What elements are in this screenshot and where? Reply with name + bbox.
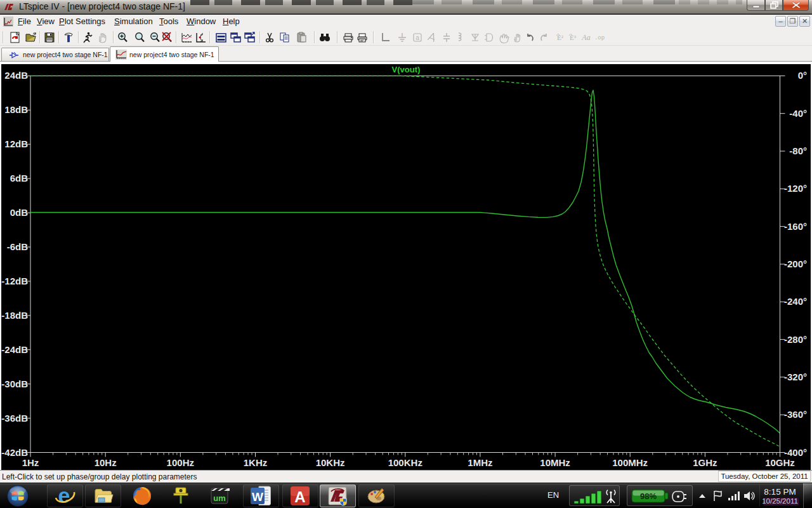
- svg-text:12dB: 12dB: [4, 138, 28, 149]
- svg-text:V(vout): V(vout): [392, 65, 421, 74]
- svg-text:Aa: Aa: [581, 33, 590, 42]
- svg-text:e: e: [58, 485, 70, 507]
- svg-text:-80°: -80°: [789, 145, 807, 156]
- svg-text:W: W: [252, 490, 263, 504]
- svg-text:-18dB: -18dB: [1, 310, 28, 321]
- svg-text:-360°: -360°: [784, 409, 807, 420]
- svg-text:1MHz: 1MHz: [468, 457, 492, 468]
- svg-text:0dB: 0dB: [10, 207, 29, 218]
- svg-text:1KHz: 1KHz: [244, 457, 268, 468]
- svg-text:18dB: 18dB: [4, 104, 28, 115]
- svg-text:1GHz: 1GHz: [693, 457, 717, 468]
- svg-text:-6dB: -6dB: [7, 241, 29, 252]
- svg-text:-200°: -200°: [784, 258, 807, 269]
- svg-text:100KHz: 100KHz: [388, 457, 422, 468]
- svg-text:-400°: -400°: [784, 447, 807, 458]
- svg-text:A: A: [294, 488, 305, 505]
- svg-text:-280°: -280°: [784, 334, 807, 345]
- svg-text:E³: E³: [570, 34, 577, 41]
- svg-text:-320°: -320°: [784, 371, 807, 382]
- svg-text:-240°: -240°: [784, 296, 807, 307]
- svg-text:-40°: -40°: [789, 108, 807, 119]
- svg-text:.op: .op: [594, 35, 605, 41]
- svg-text:-120°: -120°: [784, 183, 807, 194]
- svg-text:100Hz: 100Hz: [167, 457, 194, 468]
- svg-text:E²: E²: [557, 34, 564, 41]
- svg-text:1Hz: 1Hz: [22, 457, 39, 468]
- svg-text:-36dB: -36dB: [1, 413, 28, 424]
- svg-text:10KHz: 10KHz: [316, 457, 345, 468]
- svg-text:10MHz: 10MHz: [540, 457, 570, 468]
- svg-text:10Hz: 10Hz: [95, 457, 117, 468]
- svg-text:24dB: 24dB: [4, 70, 28, 81]
- svg-text:-42dB: -42dB: [1, 447, 28, 458]
- svg-text:-12dB: -12dB: [1, 276, 28, 286]
- svg-text:-30dB: -30dB: [1, 378, 28, 389]
- svg-text:um: um: [213, 493, 226, 503]
- svg-text:-24dB: -24dB: [1, 344, 28, 355]
- svg-text:a: a: [416, 34, 419, 41]
- svg-text:0°: 0°: [798, 70, 807, 81]
- svg-text:6dB: 6dB: [10, 173, 29, 184]
- svg-text:-160°: -160°: [784, 221, 807, 232]
- svg-text:98%: 98%: [640, 491, 657, 501]
- svg-text:10GHz: 10GHz: [765, 457, 795, 468]
- svg-text:100MHz: 100MHz: [612, 457, 648, 468]
